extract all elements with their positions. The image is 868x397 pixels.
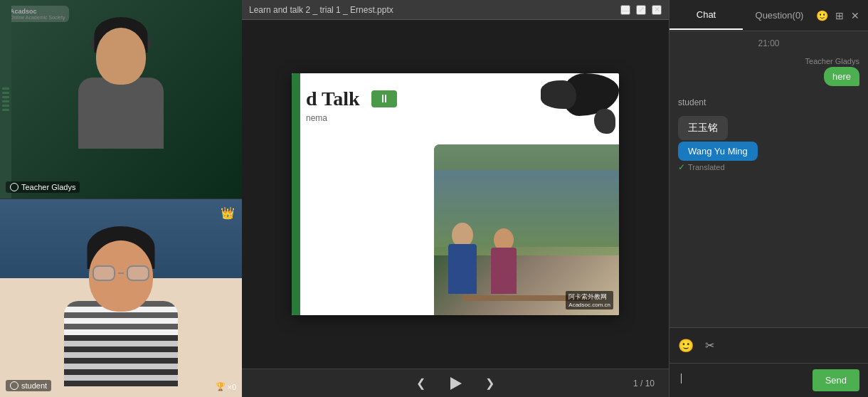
translated-name-bubble: Wang Yu Ming: [678, 142, 758, 161]
minimize-button[interactable]: —: [620, 5, 630, 15]
translated-label: Translated: [688, 163, 725, 171]
photo-person-female: [491, 228, 517, 294]
slide-pause-badge: ⏸: [371, 90, 397, 107]
slide-watermark: 阿卡索外教网 Acadsoc.com.cn: [566, 291, 613, 309]
chat-timestamp: 21:00: [678, 38, 859, 48]
presentation-panel: Learn and talk 2 _ trial 1 _ Ernest.pptx…: [242, 0, 669, 397]
chat-body: 21:00 Teacher Gladys here student 王玉铭 Wa…: [669, 31, 868, 327]
glasses-icon: [92, 265, 149, 281]
student-person-icon: [10, 381, 18, 390]
chat-header-icons: 🙂 ⊞ ✕: [816, 10, 868, 21]
text-cursor: [681, 374, 682, 383]
grid-header-icon[interactable]: ⊞: [835, 10, 844, 21]
slide-subtitle: nema: [306, 113, 397, 123]
trophy-icon: 🏆: [216, 382, 226, 391]
photo-people: [448, 223, 517, 294]
tab-chat[interactable]: Chat: [669, 1, 743, 30]
chinese-text-bubble: 王玉铭: [678, 116, 728, 140]
teacher-message: Teacher Gladys here: [678, 57, 859, 86]
slide-photo: 阿卡索外教网 Acadsoc.com.cn: [434, 144, 619, 315]
chat-cursor-area: [678, 372, 695, 389]
student-section-label: student: [678, 97, 859, 107]
chat-panel: Chat Question(0) 🙂 ⊞ ✕ 21:00 Teacher Gla…: [669, 0, 868, 397]
chat-footer: 🙂 ✂: [669, 327, 868, 363]
slide-controls-bar: ❮ ❯ 1 / 10: [242, 369, 669, 397]
slide-play-button[interactable]: [445, 374, 465, 393]
emoji-header-icon[interactable]: 🙂: [816, 10, 828, 21]
send-button[interactable]: Send: [813, 369, 859, 391]
teacher-bubble: here: [824, 67, 859, 86]
check-icon: ✓: [678, 162, 685, 172]
slide-content: d Talk ⏸ nema: [292, 73, 619, 315]
slide-title-area: d Talk ⏸ nema: [306, 88, 397, 123]
tab-question[interactable]: Question(0): [743, 1, 816, 29]
photo-person-male: [448, 223, 477, 294]
teacher-message-sender: Teacher Gladys: [805, 57, 859, 65]
crown-icon: 👑: [221, 206, 235, 220]
slide-title: d Talk: [306, 88, 360, 110]
translated-indicator: ✓ Translated: [678, 162, 725, 172]
window-titlebar: Learn and talk 2 _ trial 1 _ Ernest.pptx…: [242, 0, 669, 20]
student-video-feed: 👑 student 🏆 ×0: [0, 199, 242, 398]
slide-prev-button[interactable]: ❮: [411, 374, 431, 393]
close-button[interactable]: ✕: [652, 5, 662, 15]
emoji-footer-button[interactable]: 🙂: [678, 338, 694, 354]
student-message-group: 王玉铭 Wang Yu Ming ✓ Translated: [678, 116, 859, 172]
teacher-label: Teacher Gladys: [6, 181, 80, 193]
footer-icons: 🙂 ✂: [678, 338, 714, 354]
student-label: student: [6, 380, 51, 391]
maximize-button[interactable]: ⤢: [636, 5, 646, 15]
teacher-person-icon: [10, 183, 18, 191]
teacher-video-feed: Acadsoc Online Academic Society: [0, 0, 242, 199]
slide-counter: 1 / 10: [633, 379, 655, 388]
play-triangle-icon: [450, 377, 462, 390]
close-chat-icon[interactable]: ✕: [851, 10, 859, 21]
video-panel: Acadsoc Online Academic Society: [0, 0, 242, 397]
ink-splatter-decoration: [534, 73, 619, 144]
acadsoc-overlay: Acadsoc Online Academic Society: [6, 6, 69, 22]
chat-header: Chat Question(0) 🙂 ⊞ ✕: [669, 0, 868, 31]
scissors-button[interactable]: ✂: [705, 338, 714, 354]
slide-next-button[interactable]: ❯: [480, 374, 500, 393]
teacher-figure: [57, 28, 185, 170]
titlebar-title: Learn and talk 2 _ trial 1 _ Ernest.pptx: [249, 5, 393, 15]
trophy-count: 🏆 ×0: [216, 382, 236, 391]
chat-bottom-bar: Send: [669, 363, 868, 397]
slide-container: d Talk ⏸ nema: [242, 20, 669, 369]
student-figure: [50, 240, 192, 397]
window-controls: — ⤢ ✕: [620, 5, 662, 15]
